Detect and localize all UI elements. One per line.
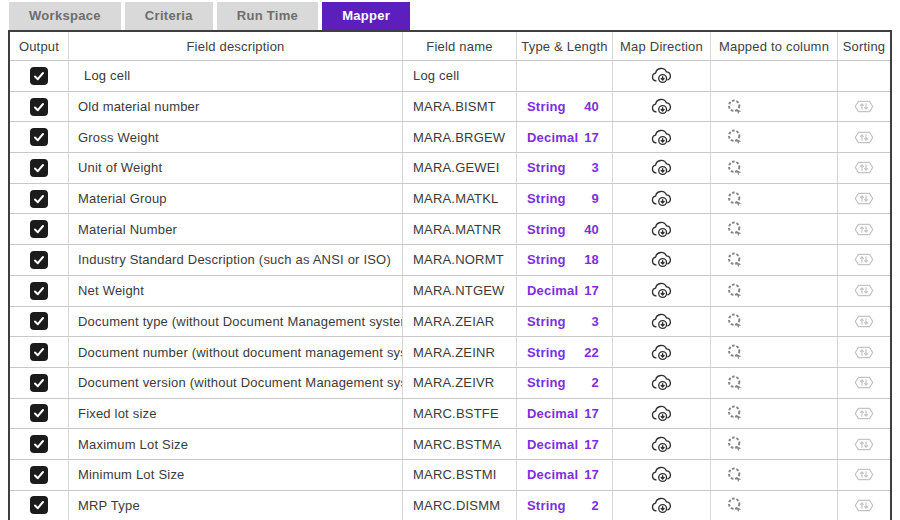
length-text[interactable]: 40 [584,99,599,114]
cloud-download-icon[interactable] [650,435,673,454]
length-text[interactable]: 9 [592,191,599,206]
length-text[interactable]: 2 [592,375,599,390]
cloud-download-icon[interactable] [650,404,673,423]
field-name-text: MARC.BSTMI [413,467,497,482]
field-description-cell: Industry Standard Description (such as A… [69,245,403,275]
sort-up-down-icon[interactable] [852,158,876,177]
length-text[interactable]: 2 [592,498,599,513]
configure-mapping-gear-icon[interactable] [725,127,745,147]
output-checkbox[interactable] [30,67,48,85]
cloud-download-icon[interactable] [650,250,673,269]
length-text[interactable]: 17 [584,437,599,452]
output-checkbox[interactable] [30,98,48,116]
type-text[interactable]: String [527,222,566,237]
configure-mapping-gear-icon[interactable] [725,97,745,117]
output-checkbox[interactable] [30,312,48,330]
output-checkbox[interactable] [30,435,48,453]
type-text[interactable]: String [527,252,566,267]
cloud-download-icon[interactable] [650,189,673,208]
tab-workspace[interactable]: Workspace [9,2,121,30]
length-text[interactable]: 40 [584,222,599,237]
table-row: Industry Standard Description (such as A… [10,245,890,276]
sort-up-down-icon[interactable] [852,435,876,454]
type-text[interactable]: String [527,314,566,329]
field-name-cell: MARA.GEWEI [403,153,517,183]
configure-mapping-gear-icon[interactable] [725,342,745,362]
sort-up-down-icon[interactable] [852,343,876,362]
cloud-download-icon[interactable] [650,465,673,484]
cloud-download-icon[interactable] [650,97,673,116]
cloud-download-icon[interactable] [650,281,673,300]
tab-mapper[interactable]: Mapper [322,2,410,30]
configure-mapping-gear-icon[interactable] [725,250,745,270]
length-text[interactable]: 22 [584,345,599,360]
configure-mapping-gear-icon[interactable] [725,219,745,239]
type-text[interactable]: Decimal [527,406,578,421]
mapped-to-column-cell [711,245,838,275]
sort-up-down-icon[interactable] [852,250,876,269]
configure-mapping-gear-icon[interactable] [725,158,745,178]
configure-mapping-gear-icon[interactable] [725,373,745,393]
output-checkbox[interactable] [30,128,48,146]
sort-up-down-icon[interactable] [852,465,876,484]
sorting-cell [838,245,890,275]
sort-up-down-icon[interactable] [852,404,876,423]
sort-up-down-icon[interactable] [852,496,876,515]
mapped-to-column-cell [711,460,838,490]
cloud-download-icon[interactable] [650,496,673,515]
output-checkbox[interactable] [30,159,48,177]
configure-mapping-gear-icon[interactable] [725,189,745,209]
type-text[interactable]: String [527,375,566,390]
sorting-cell [838,368,890,398]
sort-up-down-icon[interactable] [852,189,876,208]
output-checkbox[interactable] [30,190,48,208]
sort-up-down-icon[interactable] [852,128,876,147]
type-text[interactable]: Decimal [527,467,578,482]
sort-up-down-icon[interactable] [852,220,876,239]
type-text[interactable]: Decimal [527,437,578,452]
output-checkbox[interactable] [30,374,48,392]
tab-run-time[interactable]: Run Time [217,2,318,30]
sort-up-down-icon[interactable] [852,373,876,392]
configure-mapping-gear-icon[interactable] [725,465,745,485]
map-direction-cell [613,153,711,183]
output-checkbox[interactable] [30,466,48,484]
type-text[interactable]: Decimal [527,130,578,145]
length-text[interactable]: 17 [584,467,599,482]
configure-mapping-gear-icon[interactable] [725,495,745,515]
cloud-download-icon[interactable] [650,158,673,177]
type-text[interactable]: String [527,99,566,114]
sort-up-down-icon[interactable] [852,97,876,116]
type-text[interactable]: String [527,345,566,360]
length-text[interactable]: 3 [592,160,599,175]
cloud-download-icon[interactable] [650,373,673,392]
length-text[interactable]: 17 [584,283,599,298]
sort-up-down-icon[interactable] [852,281,876,300]
configure-mapping-gear-icon[interactable] [725,311,745,331]
output-checkbox[interactable] [30,404,48,422]
length-text[interactable]: 3 [592,314,599,329]
output-checkbox[interactable] [30,343,48,361]
length-text[interactable]: 18 [584,252,599,267]
tab-criteria[interactable]: Criteria [125,2,213,30]
type-text[interactable]: String [527,191,566,206]
length-text[interactable]: 17 [584,130,599,145]
configure-mapping-gear-icon[interactable] [725,281,745,301]
type-text[interactable]: String [527,498,566,513]
output-checkbox[interactable] [30,282,48,300]
field-name-cell: MARC.BSTFE [403,399,517,429]
cloud-download-icon[interactable] [650,343,673,362]
output-checkbox[interactable] [30,220,48,238]
configure-mapping-gear-icon[interactable] [725,403,745,423]
cloud-download-icon[interactable] [650,128,673,147]
configure-mapping-gear-icon[interactable] [725,434,745,454]
output-checkbox[interactable] [30,496,48,514]
output-checkbox[interactable] [30,251,48,269]
length-text[interactable]: 17 [584,406,599,421]
type-text[interactable]: Decimal [527,283,578,298]
cloud-download-icon[interactable] [650,312,673,331]
type-text[interactable]: String [527,160,566,175]
sort-up-down-icon[interactable] [852,312,876,331]
cloud-download-icon[interactable] [650,220,673,239]
cloud-download-icon[interactable] [650,66,673,85]
